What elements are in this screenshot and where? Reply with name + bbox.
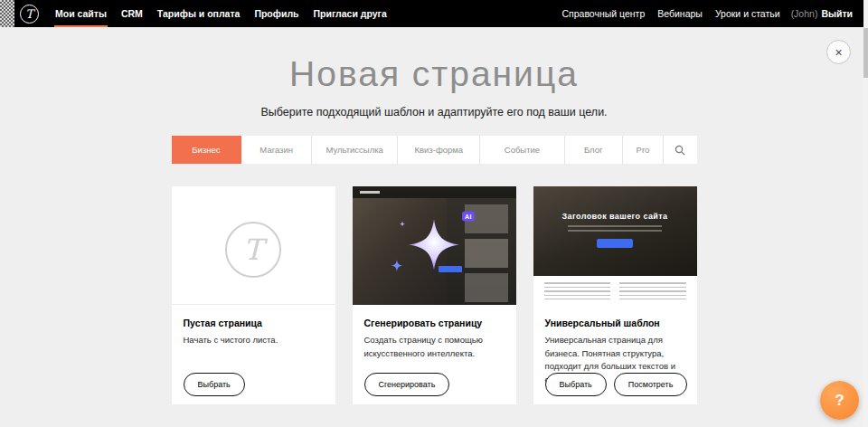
help-button[interactable]: ?: [820, 381, 859, 420]
tab-business[interactable]: Бизнес: [172, 136, 242, 164]
card-body: Сгенерировать страницу Создать страницу …: [353, 305, 516, 360]
card-description: Создать страницу с помощью искусственног…: [364, 334, 505, 360]
ai-preview-block: [465, 239, 508, 268]
nav-left: Мои сайты CRM Тарифы и оплата Профиль Пр…: [48, 0, 394, 27]
corner-pattern: [0, 0, 14, 27]
tilda-logo[interactable]: T: [20, 5, 39, 24]
card-title: Универсальный шаблон: [545, 318, 685, 328]
template-hero-button-shape: [597, 239, 633, 248]
preview-template-button[interactable]: Посмотреть: [614, 373, 688, 396]
search-icon: [675, 145, 685, 156]
card-body: Пустая страница Начать с чистого листа.: [172, 305, 335, 347]
ai-tiny-star-icon: [399, 214, 406, 231]
page-title: Новая страница: [0, 54, 868, 94]
tab-blog[interactable]: Блог: [565, 136, 623, 164]
scrollbar[interactable]: [863, 0, 868, 427]
top-nav: T Мои сайты CRM Тарифы и оплата Профиль …: [0, 0, 868, 27]
template-hero-heading: Заголовок вашего сайта: [562, 212, 668, 221]
card-ai-generate: AI Сгенерировать страницу Создать страни…: [353, 186, 516, 404]
new-page-modal: × Новая страница Выберите подходящий шаб…: [0, 27, 868, 427]
page-subtitle: Выберите подходящий шаблон и адаптируйте…: [0, 106, 868, 119]
nav-item-crm[interactable]: CRM: [114, 0, 150, 27]
ai-preview-block: [465, 273, 508, 302]
card-blank-page: T Пустая страница Начать с чистого листа…: [172, 186, 335, 404]
template-text-lines: [619, 282, 686, 299]
scrollbar-thumb[interactable]: [863, 28, 868, 78]
template-cards: T Пустая страница Начать с чистого листа…: [172, 186, 697, 404]
card-buttons: Выбрать Посмотреть: [545, 373, 688, 396]
card-description: Начать с чистого листа.: [184, 334, 324, 347]
template-text-block: [533, 276, 697, 305]
ai-preview: AI: [353, 186, 516, 305]
tab-quiz-form[interactable]: Квиз-форма: [398, 136, 480, 164]
tilda-mark-icon: T: [225, 222, 281, 278]
tab-multilink[interactable]: Мультиссылка: [312, 136, 398, 164]
tilda-logo-letter: T: [25, 7, 33, 21]
tab-event[interactable]: Событие: [480, 136, 564, 164]
user-name: (John): [791, 8, 818, 19]
question-mark-icon: ?: [835, 392, 844, 410]
ai-badge: AI: [462, 211, 475, 221]
choose-blank-button[interactable]: Выбрать: [184, 373, 245, 396]
template-hero-subtext: [568, 225, 662, 233]
tab-search[interactable]: [664, 136, 696, 164]
nav-item-help-center[interactable]: Справочный центр: [555, 0, 651, 27]
card-buttons: Сгенерировать: [364, 373, 450, 396]
nav-item-invite-friend[interactable]: Пригласи друга: [307, 0, 394, 27]
logout-link[interactable]: Выйти: [821, 8, 853, 19]
blank-page-preview: T: [172, 186, 335, 305]
ai-preview-topbar: [353, 186, 516, 198]
card-buttons: Выбрать: [184, 373, 245, 396]
tab-store[interactable]: Магазин: [241, 136, 312, 164]
generate-button[interactable]: Сгенерировать: [364, 373, 450, 396]
ai-sparkle-icon: AI: [402, 213, 466, 276]
card-title: Пустая страница: [184, 318, 324, 328]
close-button[interactable]: ×: [826, 40, 851, 64]
template-category-tabs: Бизнес Магазин Мультиссылка Квиз-форма С…: [172, 136, 697, 164]
close-icon: ×: [835, 46, 842, 59]
nav-item-profile[interactable]: Профиль: [247, 0, 306, 27]
nav-item-lessons[interactable]: Уроки и статьи: [709, 0, 787, 27]
card-universal-template: Заголовок вашего сайта Универсальный шаб…: [533, 186, 697, 404]
tab-pro[interactable]: Pro: [623, 136, 664, 164]
nav-item-tariffs[interactable]: Тарифы и оплата: [150, 0, 248, 27]
universal-template-preview: Заголовок вашего сайта: [533, 186, 697, 305]
nav-item-my-sites[interactable]: Мои сайты: [48, 0, 114, 27]
template-hero: Заголовок вашего сайта: [533, 186, 697, 276]
nav-right: Справочный центр Вебинары Уроки и статьи…: [555, 0, 868, 27]
card-title: Сгенерировать страницу: [364, 318, 505, 328]
ai-small-star-icon: [390, 258, 404, 276]
template-text-lines: [544, 282, 611, 299]
nav-item-webinars[interactable]: Вебинары: [651, 0, 709, 27]
nav-user: (John) Выйти: [787, 8, 857, 19]
tilda-mark-letter: T: [243, 232, 262, 267]
choose-template-button[interactable]: Выбрать: [545, 373, 607, 396]
